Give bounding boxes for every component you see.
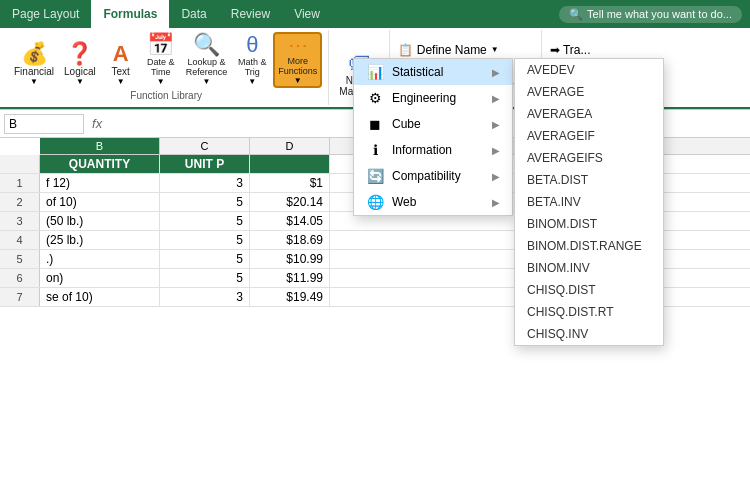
web-arrow: ▶ <box>492 197 500 208</box>
trace-precedents-item[interactable]: ➡ Tra... <box>550 41 594 59</box>
cell-7-b[interactable]: 3 <box>160 288 250 306</box>
datetime-arrow: ▼ <box>157 77 165 86</box>
cube-label: Cube <box>392 117 484 131</box>
trace-precedents-icon: ➡ Tra... <box>550 43 591 57</box>
cell-1-c[interactable]: $1 <box>250 174 330 192</box>
datetime-button[interactable]: 📅 Date &Time ▼ <box>142 32 180 88</box>
datetime-label: Date &Time <box>147 57 175 77</box>
cell-2-c[interactable]: $20.14 <box>250 193 330 211</box>
submenu-betainv[interactable]: BETA.INV <box>515 191 663 213</box>
dropdown-web[interactable]: 🌐 Web ▶ <box>354 189 512 215</box>
submenu-average[interactable]: AVERAGE <box>515 81 663 103</box>
financial-button[interactable]: 💰 Financial ▼ <box>10 41 58 88</box>
cell-5-a[interactable]: .) <box>40 250 160 268</box>
cell-5-b[interactable]: 5 <box>160 250 250 268</box>
function-library-group: 💰 Financial ▼ ❓ Logical ▼ A Text ▼ 📅 Dat… <box>4 30 329 105</box>
tell-me-search[interactable]: 🔍 Tell me what you want to do... <box>559 6 742 23</box>
text-arrow: ▼ <box>117 77 125 86</box>
engineering-label: Engineering <box>392 91 484 105</box>
cell-4-b[interactable]: 5 <box>160 231 250 249</box>
tell-me-text: Tell me what you want to do... <box>587 8 732 20</box>
tab-bar: Page Layout Formulas Data Review View 🔍 … <box>0 0 750 28</box>
submenu-chisqdist[interactable]: CHISQ.DIST <box>515 279 663 301</box>
text-label: Text <box>112 66 130 77</box>
text-icon: A <box>113 43 129 65</box>
row-num-7: 7 <box>0 288 40 306</box>
more-functions-label: MoreFunctions <box>278 56 317 76</box>
cell-3-a[interactable]: (50 lb.) <box>40 212 160 230</box>
tab-page-layout[interactable]: Page Layout <box>0 1 91 27</box>
logical-label: Logical <box>64 66 96 77</box>
lookup-icon: 🔍 <box>193 34 220 56</box>
financial-label: Financial <box>14 66 54 77</box>
datetime-icon: 📅 <box>147 34 174 56</box>
dropdown-engineering[interactable]: ⚙ Engineering ▶ <box>354 85 512 111</box>
cell-5-c[interactable]: $10.99 <box>250 250 330 268</box>
cube-icon: ◼ <box>366 116 384 132</box>
cell-1-a[interactable]: f 12) <box>40 174 160 192</box>
math-button[interactable]: θ Math &Trig ▼ <box>233 32 271 88</box>
information-arrow: ▶ <box>492 145 500 156</box>
submenu-chisqdistrt[interactable]: CHISQ.DIST.RT <box>515 301 663 323</box>
logical-button[interactable]: ❓ Logical ▼ <box>60 41 100 88</box>
submenu-averagea[interactable]: AVERAGEA <box>515 103 663 125</box>
cell-6-c[interactable]: $11.99 <box>250 269 330 287</box>
header-col3 <box>250 155 330 173</box>
submenu-averageif[interactable]: AVERAGEIF <box>515 125 663 147</box>
lookup-arrow: ▼ <box>203 77 211 86</box>
submenu-averageifs[interactable]: AVERAGEIFS <box>515 147 663 169</box>
cube-arrow: ▶ <box>492 119 500 130</box>
row-num-5: 5 <box>0 250 40 268</box>
col-header-b: B <box>40 138 160 154</box>
more-functions-icon: ⋯ <box>288 35 308 55</box>
submenu-chisqinv[interactable]: CHISQ.INV <box>515 323 663 345</box>
lookup-button[interactable]: 🔍 Lookup &Reference ▼ <box>182 32 232 88</box>
define-name-icon: 📋 <box>398 43 413 57</box>
row-num-3: 3 <box>0 212 40 230</box>
statistical-arrow: ▶ <box>492 67 500 78</box>
submenu-avedev[interactable]: AVEDEV <box>515 59 663 81</box>
dropdown-statistical[interactable]: 📊 Statistical ▶ <box>354 59 512 85</box>
information-label: Information <box>392 143 484 157</box>
compatibility-icon: 🔄 <box>366 168 384 184</box>
cell-4-c[interactable]: $18.69 <box>250 231 330 249</box>
row-num-h <box>0 155 40 173</box>
math-label: Math &Trig <box>238 57 267 77</box>
tab-review[interactable]: Review <box>219 1 282 27</box>
information-icon: ℹ <box>366 142 384 158</box>
submenu-binomdistrange[interactable]: BINOM.DIST.RANGE <box>515 235 663 257</box>
text-button[interactable]: A Text ▼ <box>102 41 140 88</box>
cell-3-b[interactable]: 5 <box>160 212 250 230</box>
tab-formulas[interactable]: Formulas <box>91 0 169 28</box>
tab-data[interactable]: Data <box>169 1 218 27</box>
math-icon: θ <box>246 34 258 56</box>
compatibility-arrow: ▶ <box>492 171 500 182</box>
submenu-betadist[interactable]: BETA.DIST <box>515 169 663 191</box>
submenu-binomdist[interactable]: BINOM.DIST <box>515 213 663 235</box>
cell-1-b[interactable]: 3 <box>160 174 250 192</box>
cell-3-c[interactable]: $14.05 <box>250 212 330 230</box>
more-functions-arrow: ▼ <box>294 76 302 85</box>
row-num-2: 2 <box>0 193 40 211</box>
submenu-binominv[interactable]: BINOM.INV <box>515 257 663 279</box>
define-name-item[interactable]: 📋 Define Name ▼ <box>398 41 533 59</box>
dropdown-compatibility[interactable]: 🔄 Compatibility ▶ <box>354 163 512 189</box>
cell-2-b[interactable]: 5 <box>160 193 250 211</box>
dropdown-cube[interactable]: ◼ Cube ▶ <box>354 111 512 137</box>
compatibility-label: Compatibility <box>392 169 484 183</box>
engineering-arrow: ▶ <box>492 93 500 104</box>
cell-7-c[interactable]: $19.49 <box>250 288 330 306</box>
cell-4-a[interactable]: (25 lb.) <box>40 231 160 249</box>
cell-6-a[interactable]: on) <box>40 269 160 287</box>
cell-6-b[interactable]: 5 <box>160 269 250 287</box>
tab-view[interactable]: View <box>282 1 332 27</box>
name-box[interactable] <box>4 114 84 134</box>
math-arrow: ▼ <box>248 77 256 86</box>
define-name-label: Define Name <box>417 43 487 57</box>
define-name-dropdown: ▼ <box>491 45 499 54</box>
dropdown-information[interactable]: ℹ Information ▶ <box>354 137 512 163</box>
cell-2-a[interactable]: of 10) <box>40 193 160 211</box>
more-functions-button[interactable]: ⋯ MoreFunctions ▼ <box>273 32 322 88</box>
cell-7-a[interactable]: se of 10) <box>40 288 160 306</box>
web-icon: 🌐 <box>366 194 384 210</box>
